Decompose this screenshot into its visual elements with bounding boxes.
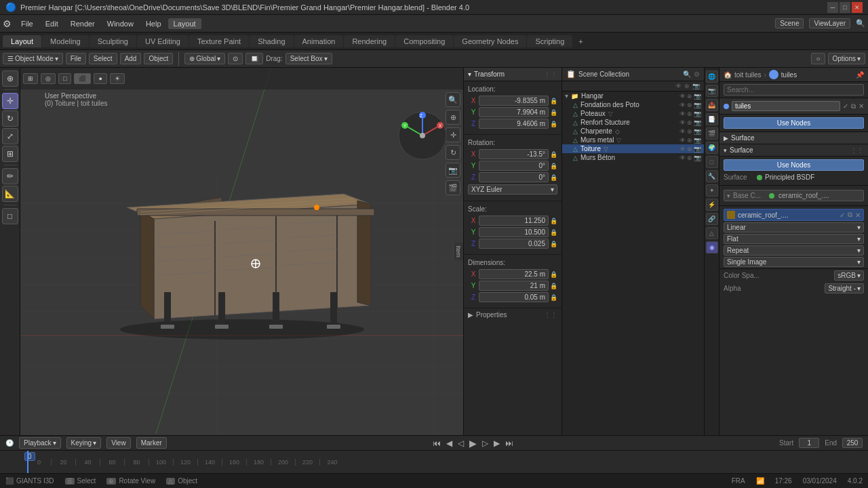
menu-render[interactable]: Render: [65, 18, 100, 29]
outliner-filter-icon[interactable]: ⚙: [694, 70, 700, 78]
world-icon[interactable]: 🌍: [706, 142, 718, 154]
shading-material[interactable]: ●: [94, 73, 106, 84]
tab-sculpting[interactable]: Sculpting: [90, 35, 136, 47]
location-x-value[interactable]: -9.8355 m: [479, 96, 549, 106]
dim-y-value[interactable]: 21 m: [479, 281, 549, 291]
outliner-item-poteaux[interactable]: △ Poteaux ▽ 👁 ⊕ 📷: [562, 109, 704, 118]
pot-eye[interactable]: 👁: [679, 110, 686, 117]
prev-keyframe-btn[interactable]: ◀: [446, 439, 452, 448]
dim-x-value[interactable]: 22.5 m: [479, 269, 549, 279]
constraints-icon[interactable]: 🔗: [706, 213, 718, 225]
dim-y-lock[interactable]: 🔒: [550, 283, 557, 289]
mb-sel[interactable]: ⊕: [687, 155, 692, 161]
film-vp-btn[interactable]: 🎬: [446, 180, 460, 195]
add-btn[interactable]: Add: [120, 53, 142, 64]
rotation-y-lock[interactable]: 🔒: [550, 163, 557, 169]
material-name-field[interactable]: tuiles: [732, 101, 840, 111]
material-icon[interactable]: ◉: [706, 241, 718, 253]
fon-sel[interactable]: ⊕: [687, 102, 692, 108]
rotation-y-value[interactable]: 0°: [479, 161, 549, 171]
maximize-button[interactable]: □: [840, 2, 850, 13]
dim-z-value[interactable]: 0.05 m: [479, 292, 549, 302]
menu-window[interactable]: Window: [102, 18, 139, 29]
next-keyframe-btn[interactable]: ▶: [494, 439, 500, 448]
scale-y-lock[interactable]: 🔒: [550, 229, 557, 236]
timeline-track[interactable]: 0 20 40 60 80 100 120 140 160 180 200 22…: [0, 451, 868, 473]
render-props-icon[interactable]: 📷: [706, 85, 718, 97]
location-y-value[interactable]: 7.9904 m: [479, 107, 549, 117]
flat-dropdown[interactable]: Flat ▾: [724, 234, 864, 244]
select-box-btn[interactable]: Select Box ▾: [285, 53, 332, 64]
scene-icon[interactable]: 🎬: [706, 127, 718, 140]
playback-btn[interactable]: Playback ▾: [19, 437, 61, 449]
menu-help[interactable]: Help: [140, 18, 167, 29]
mm-render[interactable]: 📷: [694, 137, 701, 144]
mm-eye[interactable]: 👁: [679, 137, 686, 144]
view-btn[interactable]: File: [66, 53, 86, 64]
view-layer-icon[interactable]: 📑: [706, 113, 718, 125]
properties-options-icon[interactable]: ⋮⋮: [544, 311, 557, 319]
transform-options-icon[interactable]: ⋮⋮: [544, 70, 557, 78]
select-btn[interactable]: Select: [89, 53, 117, 64]
outliner-item-fondation[interactable]: △ Fondation des Poto 👁 ⊕ 📷: [562, 100, 704, 109]
tab-uv-editing[interactable]: UV Editing: [137, 35, 189, 47]
rotation-x-value[interactable]: -13.5°: [479, 149, 549, 159]
mat-check-icon[interactable]: ✓: [843, 102, 848, 110]
surface-options-icon[interactable]: ⋮⋮: [850, 146, 864, 154]
minimize-button[interactable]: ─: [827, 2, 838, 13]
location-x-lock[interactable]: 🔒: [550, 98, 557, 104]
toi-sel[interactable]: ⊕: [687, 146, 692, 152]
scale-x-lock[interactable]: 🔒: [550, 218, 557, 224]
location-z-lock[interactable]: 🔒: [550, 121, 557, 127]
dim-x-lock[interactable]: 🔒: [550, 271, 557, 278]
transform-header[interactable]: ▾ Transform ⋮⋮: [464, 68, 561, 81]
marker-btn[interactable]: Marker: [136, 437, 167, 449]
outliner-item-murs-beton[interactable]: △ Murs Béton 👁 ⊕ 📷: [562, 153, 704, 162]
scene-props-icon[interactable]: 🌐: [706, 70, 718, 83]
shading-wireframe[interactable]: □: [58, 73, 71, 84]
breadcrumb-root[interactable]: toit tuiles: [734, 71, 761, 79]
mb-render[interactable]: 📷: [694, 155, 701, 161]
shading-rendered[interactable]: ☀: [110, 73, 125, 84]
overlay-toggle[interactable]: ⊞: [23, 73, 38, 84]
toi-eye[interactable]: 👁: [679, 146, 686, 152]
char-eye[interactable]: 👁: [679, 128, 686, 135]
pot-render[interactable]: 📷: [694, 110, 701, 117]
base-color-node[interactable]: ▾ Base C... ceramic_roof_....: [724, 190, 864, 201]
scale-z-lock[interactable]: 🔒: [550, 241, 557, 247]
add-cube-btn[interactable]: □: [2, 208, 18, 224]
tab-compositing[interactable]: Compositing: [395, 35, 453, 47]
texture-check-icon[interactable]: ✓: [840, 211, 845, 219]
scale-y-value[interactable]: 10.500: [479, 227, 549, 237]
single-image-dropdown[interactable]: Single Image ▾: [724, 257, 864, 267]
outliner-item-hangar[interactable]: ▾ 📁 Hangar 👁 ⊕ 📷: [562, 92, 704, 100]
start-frame-input[interactable]: 1: [799, 438, 819, 448]
tab-scripting[interactable]: Scripting: [527, 35, 572, 47]
options-btn[interactable]: Options ▾: [828, 53, 865, 64]
title-bar-controls[interactable]: ─ □ ✕: [827, 2, 863, 13]
ren-eye[interactable]: 👁: [679, 119, 686, 126]
rotate-tool-btn[interactable]: ↻: [2, 110, 18, 127]
transform-tool-btn[interactable]: ⊞: [2, 146, 18, 162]
annotate-tool-btn[interactable]: ✏: [2, 168, 18, 184]
linear-dropdown[interactable]: Linear ▾: [724, 222, 864, 232]
current-frame-display[interactable]: 0: [24, 452, 35, 461]
viewlayer-selector[interactable]: ViewLayer: [809, 18, 850, 28]
move-tool-btn[interactable]: ✛: [2, 93, 18, 109]
rotation-z-lock[interactable]: 🔒: [550, 174, 557, 181]
hangar-render[interactable]: 📷: [694, 93, 701, 100]
menu-edit[interactable]: Edit: [40, 18, 64, 29]
timeline-view-btn[interactable]: View: [106, 437, 131, 449]
use-nodes-btn[interactable]: Use Nodes: [724, 117, 864, 129]
keying-btn[interactable]: Keying ▾: [66, 437, 102, 449]
add-workspace-btn[interactable]: +: [573, 35, 588, 47]
mat-copy-icon[interactable]: ⧉: [851, 102, 856, 110]
ren-sel[interactable]: ⊕: [687, 119, 692, 126]
tab-texture-paint[interactable]: Texture Paint: [189, 35, 249, 47]
snapping-btn[interactable]: 🔲: [245, 53, 263, 64]
particles-icon[interactable]: ✦: [706, 184, 718, 197]
tab-geometry-nodes[interactable]: Geometry Nodes: [454, 35, 526, 47]
sidebar-tab[interactable]: Item: [453, 243, 463, 260]
object-mode-btn[interactable]: ☰ Object Mode ▾: [3, 53, 63, 64]
pot-sel[interactable]: ⊕: [687, 110, 692, 117]
